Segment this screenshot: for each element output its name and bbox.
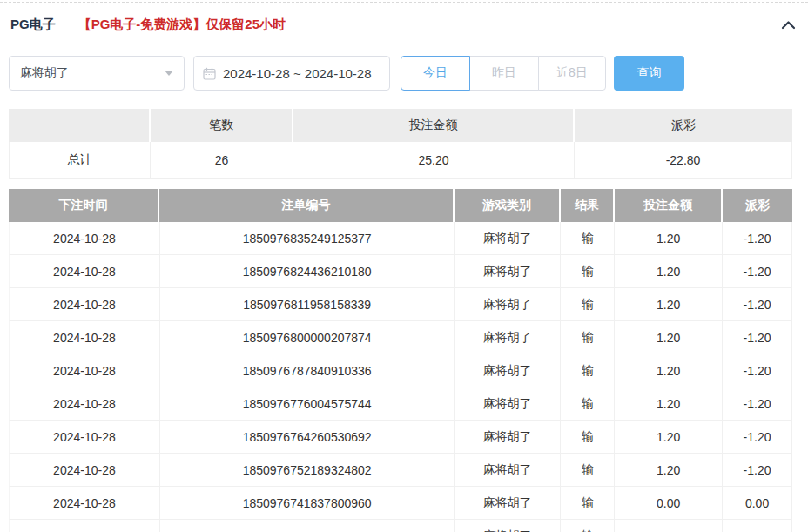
- cell-bet-amount: 1.20: [615, 222, 723, 254]
- table-row: 2024-10-28 1850976741837800960 麻将胡了 输 0.…: [9, 487, 792, 520]
- cell-bet-amount: 1.20: [615, 321, 723, 354]
- cell-order-number: 1850976800000207874: [160, 321, 455, 354]
- cell-order-number: 1850976752189324802: [160, 454, 455, 486]
- cell-game-type: 麻将胡了: [454, 354, 561, 387]
- cell-result: 输: [561, 288, 615, 320]
- cell-bet-amount: 1.20: [615, 255, 723, 287]
- cell-bet-amount: 1.20: [615, 454, 723, 486]
- cell-payout: -1.20: [723, 288, 792, 320]
- calendar-icon: [203, 67, 216, 80]
- cell-payout: 0.00: [723, 487, 792, 519]
- cell-game-type: 麻将胡了: [454, 321, 561, 354]
- cell-order-number: 1850976811958158339: [160, 288, 455, 320]
- cell-bet-time: 2024-10-28: [10, 354, 160, 387]
- cell-bet-amount: 1.20: [615, 387, 723, 420]
- table-row: 2024-10-28 1850976811958158339 麻将胡了 输 1.…: [9, 288, 792, 321]
- summary-header-count: 笔数: [151, 109, 293, 142]
- summary-table: 笔数 投注金额 派彩 总计 26 25.20 -22.80: [9, 109, 792, 179]
- table-row: 2024-10-28 1850976776004575744 麻将胡了 输 1.…: [9, 387, 792, 421]
- summary-total-label: 总计: [9, 142, 151, 178]
- game-select[interactable]: 麻将胡了: [9, 56, 185, 91]
- cell-bet-time: 2024-10-28: [10, 487, 160, 519]
- cell-order-number: [160, 520, 455, 532]
- cell-order-number: 1850976741837800960: [160, 487, 455, 519]
- caret-down-icon: [165, 71, 173, 76]
- cell-payout: -1.20: [723, 321, 792, 354]
- cell-payout: -1.20: [723, 454, 792, 486]
- cell-bet-time: 2024-10-28: [10, 387, 160, 420]
- cell-bet-amount: 0.00: [615, 487, 723, 519]
- cell-bet-amount: 1.20: [615, 288, 723, 320]
- today-button[interactable]: 今日: [401, 56, 470, 91]
- header-game-type: 游戏类别: [454, 189, 561, 222]
- cell-payout: -1.20: [723, 222, 792, 254]
- cell-payout: -1.20: [723, 354, 792, 387]
- cell-result: 输: [561, 255, 615, 287]
- cell-result: 输: [561, 454, 615, 486]
- panel-header: PG电子 【PG电子-免费游戏】仅保留25小时: [0, 11, 808, 37]
- cell-order-number: 1850976776004575744: [160, 387, 455, 420]
- game-select-value: 麻将胡了: [20, 65, 69, 81]
- cell-result: 输: [561, 321, 615, 354]
- table-row: 2024-10-28 1850976835249125377 麻将胡了 输 1.…: [9, 222, 792, 255]
- cell-order-number: 1850976787840910336: [160, 354, 455, 387]
- cell-bet-time: 2024-10-28: [10, 421, 160, 453]
- header-bet-time: 下注时间: [9, 189, 159, 222]
- header-payout: 派彩: [723, 189, 792, 222]
- cell-bet-time: 2024-10-28: [10, 321, 160, 354]
- summary-table-header: 笔数 投注金额 派彩: [9, 109, 792, 142]
- cell-bet-time: 2024-10-28: [10, 255, 160, 287]
- cell-bet-time: 2024-10-28: [10, 454, 160, 486]
- summary-header-blank: [9, 109, 151, 142]
- cell-game-type: 麻将胡了: [454, 288, 561, 320]
- cell-bet-amount: [615, 520, 723, 532]
- table-row: 2024-10-28 1850976800000207874 麻将胡了 输 1.…: [9, 321, 792, 354]
- cell-bet-time: [10, 520, 160, 532]
- table-row: 2024-10-28 1850976824436210180 麻将胡了 输 1.…: [9, 255, 792, 288]
- bet-records-header: 下注时间 注单编号 游戏类别 结果 投注金额 派彩: [9, 189, 792, 222]
- last-8-days-button[interactable]: 近8日: [538, 56, 606, 91]
- quick-date-button-group: 今日 昨日 近8日: [401, 56, 606, 91]
- cell-order-number: 1850976764260530692: [160, 421, 455, 453]
- cell-payout: -1.20: [723, 421, 792, 453]
- header-result: 结果: [561, 189, 615, 222]
- cell-payout: -1.20: [723, 387, 792, 420]
- yesterday-button[interactable]: 昨日: [469, 56, 539, 91]
- search-button[interactable]: 查询: [614, 56, 684, 91]
- bet-records-body: 2024-10-28 1850976835249125377 麻将胡了 输 1.…: [9, 222, 792, 532]
- summary-total-bet-amount: 25.20: [293, 142, 575, 178]
- summary-header-payout: 派彩: [575, 109, 792, 142]
- cell-game-type: 麻将胡了: [454, 255, 561, 287]
- table-row: 2024-10-28 1850976764260530692 麻将胡了 输 1.…: [9, 421, 792, 454]
- cell-game-type: 麻将胡了: [454, 487, 561, 519]
- cell-game-type: 麻将胡了: [454, 454, 561, 486]
- cell-result: 输: [561, 487, 615, 519]
- cell-game-type: 麻将胡了: [454, 421, 561, 453]
- cell-result: 输: [561, 421, 615, 453]
- cell-bet-time: 2024-10-28: [10, 222, 160, 254]
- date-range-input[interactable]: 2024-10-28 ~ 2024-10-28: [193, 56, 390, 91]
- cell-result: 输: [561, 354, 615, 387]
- header-order-number: 注单编号: [159, 189, 454, 222]
- cell-bet-time: 2024-10-28: [10, 288, 160, 320]
- summary-total-count: 26: [151, 142, 293, 178]
- cell-game-type: 麻将胡了: [454, 520, 561, 532]
- cell-bet-amount: 1.20: [615, 354, 723, 387]
- summary-total-payout: -22.80: [575, 142, 792, 178]
- summary-header-bet-amount: 投注金额: [293, 109, 575, 142]
- cell-bet-amount: 1.20: [615, 421, 723, 453]
- cell-result: 输: [561, 387, 615, 420]
- filter-bar: 麻将胡了 2024-10-28 ~ 2024-10-28 今日 昨日 近8日 查…: [9, 56, 799, 91]
- table-row: 2024-10-28 1850976752189324802 麻将胡了 输 1.…: [9, 454, 792, 487]
- bet-records-table: 下注时间 注单编号 游戏类别 结果 投注金额 派彩 2024-10-28 185…: [9, 189, 792, 532]
- cell-order-number: 1850976835249125377: [160, 222, 455, 254]
- cell-game-type: 麻将胡了: [454, 222, 561, 254]
- header-bet-amount: 投注金额: [615, 189, 723, 222]
- top-dashed-divider: [0, 2, 808, 3]
- table-row: 麻将胡了 输: [9, 520, 792, 532]
- panel-title: PG电子: [10, 17, 56, 33]
- summary-total-row: 总计 26 25.20 -22.80: [9, 142, 792, 179]
- collapse-panel-button[interactable]: [781, 20, 796, 30]
- cell-payout: [723, 520, 792, 532]
- chevron-up-icon: [781, 20, 796, 30]
